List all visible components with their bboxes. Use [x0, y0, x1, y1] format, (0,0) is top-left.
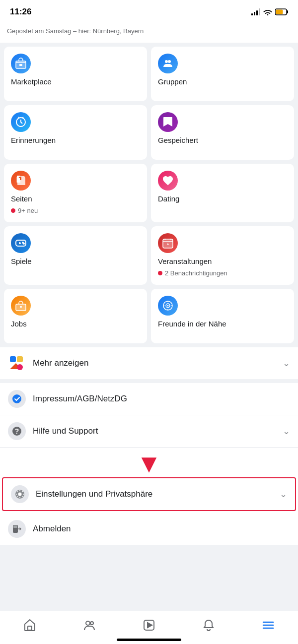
seiten-badge: 9+ neu — [11, 207, 140, 214]
svg-point-41 — [90, 622, 93, 625]
freunde-icon — [158, 296, 178, 316]
freunde-label: Freunde in der Nähe — [158, 320, 287, 328]
nav-watch[interactable] — [134, 616, 164, 634]
home-icon — [23, 618, 37, 632]
friends-icon — [82, 618, 96, 632]
grid-card-freunde[interactable]: Freunde in der Nähe — [151, 289, 294, 343]
mehr-icons — [8, 354, 26, 372]
grid-card-jobs[interactable]: Jobs — [4, 289, 147, 343]
grid-card-marketplace[interactable]: Marketplace — [4, 47, 147, 101]
grid-card-seiten[interactable]: Seiten 9+ neu — [4, 164, 147, 222]
veranstaltungen-badge-text: 2 Benachrichtigungen — [165, 269, 227, 277]
nav-friends[interactable] — [74, 616, 104, 634]
einstellungen-label: Einstellungen und Privatsphäre — [36, 489, 273, 499]
list-item-abmelden[interactable]: Abmelden — [0, 513, 298, 545]
svg-rect-16 — [164, 239, 166, 240]
veranstaltungen-badge-dot — [158, 271, 162, 275]
erinnerungen-label: Erinnerungen — [11, 136, 140, 144]
watch-icon — [142, 618, 156, 632]
dating-icon — [158, 171, 178, 191]
mehr-anzeigen-label: Mehr anzeigen — [33, 358, 276, 368]
mehr-chevron-icon: ⌄ — [283, 358, 290, 369]
hilfe-label: Hilfe und Support — [33, 426, 276, 436]
svg-rect-20 — [20, 306, 22, 308]
nav-menu[interactable] — [253, 616, 283, 634]
gespeichert-label: Gespeichert — [158, 136, 287, 144]
hilfe-chevron-icon: ⌄ — [283, 426, 290, 437]
svg-point-36 — [18, 493, 22, 496]
svg-rect-2 — [276, 10, 283, 14]
nav-notifications[interactable] — [194, 616, 224, 634]
einstellungen-chevron-icon: ⌄ — [280, 489, 287, 500]
status-icons — [251, 8, 288, 15]
svg-point-23 — [167, 305, 169, 307]
top-partial-text: Gepostet am Samstag – hier: Nürnberg, Ba… — [7, 27, 291, 36]
svg-point-27 — [171, 305, 172, 306]
erinnerungen-icon — [11, 112, 31, 132]
list-section: Impressum/AGB/NetzDG ? Hilfe und Support… — [0, 383, 298, 545]
main-content: Gepostet am Samstag – hier: Nürnberg, Ba… — [0, 22, 298, 598]
svg-marker-43 — [148, 623, 152, 628]
veranstaltungen-badge: 2 Benachrichtigungen — [158, 269, 287, 277]
svg-rect-29 — [17, 356, 23, 362]
impressum-icon — [8, 390, 26, 408]
svg-point-25 — [167, 309, 168, 310]
svg-point-31 — [17, 364, 23, 370]
mehr-anzeigen-row[interactable]: Mehr anzeigen ⌄ — [0, 347, 298, 379]
svg-rect-39 — [28, 626, 32, 630]
status-bar: 11:26 — [0, 0, 298, 22]
seiten-badge-dot — [11, 208, 15, 213]
svg-point-24 — [167, 301, 168, 302]
veranstaltungen-icon — [158, 233, 178, 253]
seiten-label: Seiten — [11, 194, 140, 203]
marketplace-label: Marketplace — [11, 77, 140, 86]
svg-point-40 — [86, 621, 90, 625]
gespeichert-icon — [158, 112, 178, 132]
dating-label: Dating — [158, 194, 287, 203]
red-arrow-icon: ▼ — [136, 451, 161, 476]
battery-icon — [275, 8, 288, 15]
svg-point-14 — [23, 243, 24, 244]
grid-card-veranstaltungen[interactable]: Veranstaltungen 2 Benachrichtigungen — [151, 226, 294, 285]
gruppen-icon — [158, 54, 178, 73]
seiten-icon — [11, 171, 31, 191]
svg-point-26 — [163, 305, 164, 306]
svg-rect-1 — [287, 10, 289, 13]
abmelden-label: Abmelden — [33, 524, 290, 534]
svg-rect-17 — [170, 239, 171, 240]
svg-rect-38 — [13, 525, 17, 528]
veranstaltungen-label: Veranstaltungen — [158, 257, 287, 265]
top-partial-card: Gepostet am Samstag – hier: Nürnberg, Ba… — [0, 22, 298, 43]
menu-icon — [261, 618, 275, 632]
svg-point-32 — [12, 394, 21, 403]
einstellungen-icon — [11, 485, 29, 503]
nav-home[interactable] — [15, 616, 45, 634]
spiele-label: Spiele — [11, 257, 140, 265]
bell-icon — [202, 618, 216, 632]
grid-card-spiele[interactable]: Spiele — [4, 226, 147, 285]
gruppen-label: Gruppen — [158, 77, 287, 86]
home-indicator — [117, 639, 181, 641]
list-item-impressum[interactable]: Impressum/AGB/NetzDG — [0, 383, 298, 415]
list-item-einstellungen[interactable]: Einstellungen und Privatsphäre ⌄ — [2, 477, 296, 511]
wifi-icon — [263, 8, 272, 15]
grid-card-gespeichert[interactable]: Gespeichert — [151, 105, 294, 160]
marketplace-icon — [11, 54, 31, 73]
spiele-icon — [11, 233, 31, 253]
jobs-label: Jobs — [11, 320, 140, 328]
grid-card-dating[interactable]: Dating — [151, 164, 294, 222]
status-time: 11:26 — [10, 7, 31, 17]
list-item-hilfe[interactable]: ? Hilfe und Support ⌄ — [0, 415, 298, 448]
abmelden-icon — [8, 520, 26, 538]
grid-card-erinnerungen[interactable]: Erinnerungen — [4, 105, 147, 160]
grid-card-gruppen[interactable]: Gruppen — [151, 47, 294, 101]
svg-rect-11 — [20, 177, 21, 180]
signal-icon — [251, 8, 260, 15]
svg-rect-28 — [10, 356, 16, 362]
svg-point-6 — [165, 60, 168, 63]
jobs-icon — [11, 296, 31, 316]
impressum-label: Impressum/AGB/NetzDG — [33, 394, 290, 404]
grid-section: Marketplace Gruppen Erinne — [0, 47, 298, 343]
hilfe-icon: ? — [8, 422, 26, 440]
svg-text:?: ? — [15, 427, 19, 435]
